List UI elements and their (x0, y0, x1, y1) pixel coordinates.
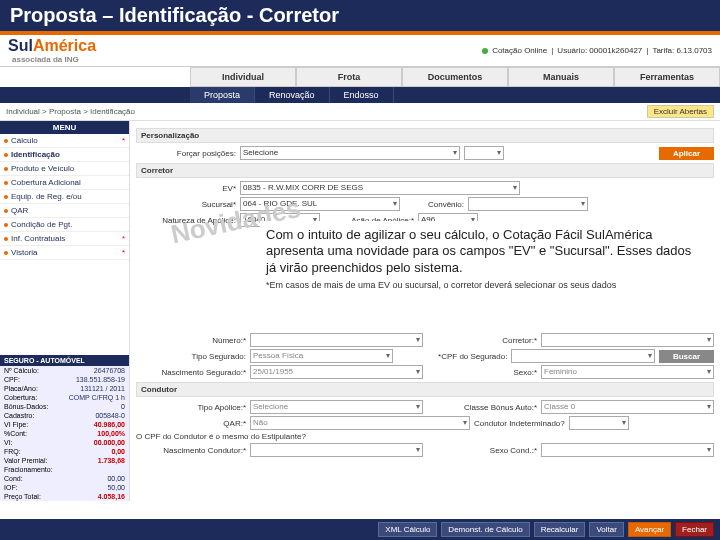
cpf-seg-label: *CPF do Segurado: (397, 352, 507, 361)
numero-label: Número:* (136, 336, 246, 345)
convenio-select[interactable] (468, 197, 588, 211)
sub-nav: Proposta Renovação Endosso (0, 87, 720, 103)
sucursal-select[interactable]: 064 - RIO GDE. SUL (240, 197, 400, 211)
nasc-cond-label: Nascimento Condutor:* (136, 446, 246, 455)
section-condutor: Condutor (136, 382, 714, 397)
breadcrumb: Individual > Proposta > Identificação (6, 107, 647, 116)
recalcular-button[interactable]: Recalcular (534, 522, 586, 537)
excluir-abertas-button[interactable]: Excluir Abertas (647, 105, 714, 118)
page-title: Proposta – Identificação - Corretor (0, 0, 720, 35)
callout-text: Com o intuito de agilizar o seu cálculo,… (266, 227, 704, 276)
cpf-seg-input[interactable] (511, 349, 654, 363)
voltar-button[interactable]: Voltar (589, 522, 623, 537)
forcar-extra-select[interactable] (464, 146, 504, 160)
forcar-select[interactable]: Selecione (240, 146, 460, 160)
seguro-row: Fracionamento: (0, 465, 129, 474)
bullet-icon (4, 167, 8, 171)
seguro-row: IOF:50,00 (0, 483, 129, 492)
ev-select[interactable]: 0835 - R.W.MIX CORR DE SEGS (240, 181, 520, 195)
seguro-row: %Cont:100,00% (0, 429, 129, 438)
online-icon (482, 48, 488, 54)
bullet-icon (4, 237, 8, 241)
corretor-input[interactable] (541, 333, 714, 347)
subnav-renovacao[interactable]: Renovação (255, 87, 330, 103)
nav-individual[interactable]: Individual (190, 67, 296, 87)
qar-label: QAR:* (136, 419, 246, 428)
bullet-icon (4, 195, 8, 199)
bullet-icon (4, 139, 8, 143)
tipo-apolice-select[interactable]: Selecione (250, 400, 423, 414)
sidebar-item-vistoria[interactable]: Vistoria* (0, 246, 129, 260)
nasc-cond-input[interactable] (250, 443, 423, 457)
seguro-header: SEGURO - AUTOMÓVEL (0, 355, 129, 366)
seguro-row: Bônus-Dados:0 (0, 402, 129, 411)
bullet-icon (4, 251, 8, 255)
header-row: SulAmérica associada da ING Cotação Onli… (0, 35, 720, 67)
nasc-seg-input[interactable]: 25/01/1955 (250, 365, 423, 379)
info-callout: Com o intuito de agilizar o seu cálculo,… (260, 221, 710, 297)
sexo-label: Sexo:* (427, 368, 537, 377)
seguro-row: Nº Cálculo:26476708 (0, 366, 129, 375)
seguro-row: Cobertura:COMP C/FRQ 1 h (0, 393, 129, 402)
sidebar-item-condi-o-de-pgt-[interactable]: Condição de Pgt. (0, 218, 129, 232)
buscar-button[interactable]: Buscar (659, 350, 714, 363)
seguro-row: VI:00.000,00 (0, 438, 129, 447)
seguro-row: Valor Premial:1.738,68 (0, 456, 129, 465)
seguro-row: CPF:138.551.858-19 (0, 375, 129, 384)
bullet-icon (4, 153, 8, 157)
classe-label: Classe Bônus Auto:* (427, 403, 537, 412)
forcar-label: Forçar posições: (136, 149, 236, 158)
corretor-label: Corretor:* (427, 336, 537, 345)
nav-frota[interactable]: Frota (296, 67, 402, 87)
required-icon: * (122, 234, 125, 243)
menu-header: MENU (0, 121, 129, 134)
indet-label: Condutor Indeterminado? (474, 419, 565, 428)
nav-documentos[interactable]: Documentos (402, 67, 508, 87)
nav-manuais[interactable]: Manuais (508, 67, 614, 87)
status-bar: Cotação Online | Usuário: 00001k260427 |… (482, 46, 712, 55)
section-corretor: Corretor (136, 163, 714, 178)
sexo-cond-label: Sexo Cond.:* (427, 446, 537, 455)
avancar-button[interactable]: Avançar (628, 522, 671, 537)
subnav-proposta[interactable]: Proposta (190, 87, 255, 103)
sidebar-item-equip-de-reg-e-ou[interactable]: Equip. de Reg. e/ou (0, 190, 129, 204)
footer: XML Cálculo Demonst. de Cálculo Recalcul… (0, 519, 720, 540)
sucursal-label: Sucursal* (136, 200, 236, 209)
xml-calculo-button[interactable]: XML Cálculo (378, 522, 437, 537)
main-panel: Personalização Forçar posições: Selecion… (130, 121, 720, 501)
sexo-cond-select[interactable] (541, 443, 714, 457)
ev-label: EV* (136, 184, 236, 193)
sidebar-item-inf-contratuais[interactable]: Inf. Contratuais* (0, 232, 129, 246)
sidebar-item-produto-e-ve-culo[interactable]: Produto e Veículo (0, 162, 129, 176)
seguro-row: FRQ:0,00 (0, 447, 129, 456)
section-personalizacao: Personalização (136, 128, 714, 143)
demonst-calculo-button[interactable]: Demonst. de Cálculo (441, 522, 529, 537)
seguro-panel: SEGURO - AUTOMÓVEL Nº Cálculo:26476708CP… (0, 355, 129, 501)
sidebar-item-cobertura-adicional[interactable]: Cobertura Adicional (0, 176, 129, 190)
seguro-row: Cadastro:005848-0 (0, 411, 129, 420)
seguro-row: Preço Total:4.058,16 (0, 492, 129, 501)
nasc-seg-label: Nascimento Segurado:* (136, 368, 246, 377)
sidebar-item-qar[interactable]: QAR (0, 204, 129, 218)
natureza-label: Natureza de Apólice: (136, 216, 236, 225)
sidebar-item-c-lculo[interactable]: Cálculo* (0, 134, 129, 148)
classe-select[interactable]: Classe 0 (541, 400, 714, 414)
sexo-select[interactable]: Feminino (541, 365, 714, 379)
fechar-button[interactable]: Fechar (675, 522, 714, 537)
qar-select[interactable]: Não (250, 416, 470, 430)
convenio-label: Convênio: (404, 200, 464, 209)
sidebar-item-identifica-o[interactable]: Identificação (0, 148, 129, 162)
callout-note: *Em casos de mais de uma EV ou sucursal,… (266, 280, 704, 291)
seguro-row: Cond:00,00 (0, 474, 129, 483)
numero-input[interactable] (250, 333, 423, 347)
tipo-seg-select[interactable]: Pessoa Física (250, 349, 393, 363)
aplicar-button[interactable]: Aplicar (659, 147, 714, 160)
seguro-row: VI Fipe:40.986,00 (0, 420, 129, 429)
sidebar: MENU Cálculo*IdentificaçãoProduto e Veíc… (0, 121, 130, 501)
required-icon: * (122, 248, 125, 257)
nav-ferramentas[interactable]: Ferramentas (614, 67, 720, 87)
cpf-note: O CPF do Condutor é o mesmo do Estipulan… (136, 432, 306, 441)
indet-select[interactable] (569, 416, 629, 430)
bullet-icon (4, 209, 8, 213)
subnav-endosso[interactable]: Endosso (330, 87, 394, 103)
